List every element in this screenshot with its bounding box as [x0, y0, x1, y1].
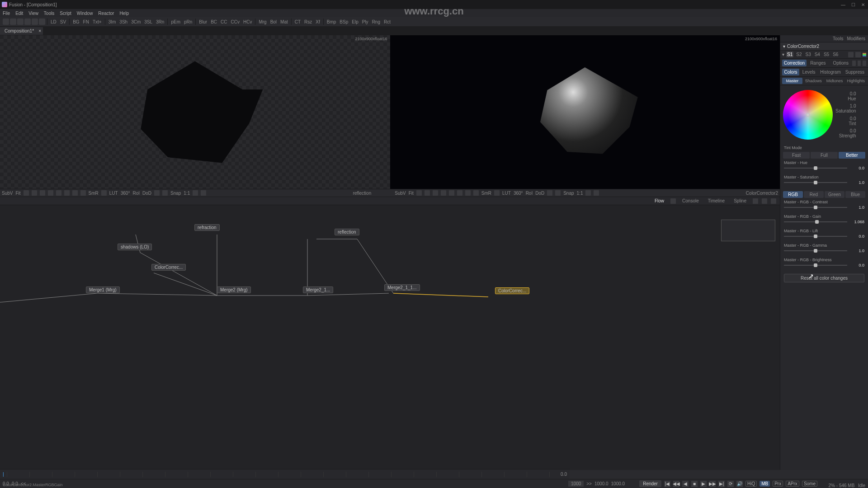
vt-icon[interactable] [473, 190, 479, 196]
vt-subv[interactable]: SubV [2, 191, 13, 196]
vt-360[interactable]: 360° [121, 191, 130, 196]
tool-3sl[interactable]: 3SL [143, 19, 154, 24]
vt-icon[interactable] [24, 190, 29, 196]
vt-snap[interactable]: SmR [481, 191, 491, 196]
loop-icon[interactable]: ⟳ [727, 481, 734, 487]
s-tab-s1[interactable]: S1 [786, 52, 793, 57]
color-icon[interactable] [863, 53, 866, 56]
slider-thumb[interactable] [814, 181, 817, 184]
expr-correction[interactable]: Correction [782, 60, 807, 66]
tool-blur[interactable]: Blur [198, 19, 208, 24]
vt-icon[interactable] [40, 190, 45, 196]
rgb-tab-rgb[interactable]: RGB [783, 191, 803, 198]
tool-bg[interactable]: BG [71, 19, 80, 24]
node-refraction[interactable]: refraction [194, 224, 220, 231]
slider-thumb[interactable] [814, 206, 817, 209]
expr-ranges[interactable]: Ranges [808, 60, 827, 66]
param-slider[interactable] [784, 236, 847, 237]
tool-ply[interactable]: Ply [361, 19, 370, 24]
step-fwd-icon[interactable]: ▶▶ [709, 481, 716, 487]
tool-icon[interactable] [39, 19, 45, 25]
tool-bmp[interactable]: Bmp [326, 19, 338, 24]
color-wheel-picker[interactable] [806, 113, 810, 117]
document-tab[interactable]: Composition1* × [0, 27, 43, 35]
tool-bsp[interactable]: BSp [338, 19, 349, 24]
range-shadows[interactable]: Shadows [803, 78, 824, 84]
tool-elp[interactable]: Elp [350, 19, 359, 24]
tab-close-icon[interactable]: × [38, 28, 41, 33]
color-wheel[interactable] [783, 90, 833, 140]
tool-icon[interactable] [10, 19, 16, 25]
square-icon[interactable] [855, 52, 861, 57]
tool-rsz[interactable]: Rsz [303, 19, 313, 24]
param-value[interactable]: 1.0 [849, 180, 864, 185]
mb-toggle[interactable]: MB [760, 481, 770, 487]
vt-smr[interactable]: Snap [170, 191, 181, 196]
tint-better[interactable]: Better [839, 152, 865, 159]
flow-tab-console[interactable]: Console [679, 197, 702, 204]
time-end[interactable]: 1000.0 [594, 481, 609, 486]
flow-icon[interactable] [771, 198, 776, 204]
viewer-left[interactable]: 2100x900xfloat16 [0, 35, 390, 189]
close-icon[interactable]: ✕ [860, 1, 866, 8]
vt-icon[interactable] [162, 190, 168, 196]
flow-minimap[interactable] [721, 220, 775, 241]
slider-thumb[interactable] [814, 263, 817, 267]
inspector-tools-tab[interactable]: Tools [833, 36, 843, 41]
vt-icon[interactable] [465, 190, 471, 196]
node-merge2[interactable]: Merge2 (Mrg) [217, 286, 251, 293]
slider-thumb[interactable] [814, 166, 817, 170]
vt-lut[interactable]: LUT [109, 191, 118, 196]
mode-histogram[interactable]: Histogram [818, 69, 843, 75]
stop-icon[interactable]: ■ [691, 481, 698, 487]
param-slider[interactable] [784, 221, 847, 222]
render-end[interactable]: 1000 [568, 481, 584, 487]
vt-dod[interactable]: DoD [142, 191, 151, 196]
param-value[interactable]: 0.0 [849, 263, 864, 267]
tool-bc[interactable]: BC [209, 19, 218, 24]
vt-icon[interactable] [425, 190, 430, 196]
vt-icon[interactable] [56, 190, 61, 196]
time-start[interactable]: 0.0 [3, 481, 9, 486]
tool-cc[interactable]: CC [219, 19, 228, 24]
reset-icon[interactable] [858, 61, 861, 66]
node-colorcorrec1[interactable]: ColorCorrec... [151, 264, 186, 271]
vt-icon[interactable] [449, 190, 454, 196]
tool-pem[interactable]: pEm [170, 19, 182, 24]
vt-roi2[interactable]: RoI [526, 191, 533, 196]
flow-icon[interactable] [670, 198, 676, 204]
menu-help[interactable]: Help [119, 11, 129, 16]
vt-icon[interactable] [201, 190, 206, 196]
tool-3sh[interactable]: 3Sh [118, 19, 129, 24]
s-tab-s2[interactable]: S2 [795, 52, 802, 57]
tool-icon[interactable] [17, 19, 24, 25]
param-slider[interactable] [784, 182, 847, 183]
node-colorcorrec2[interactable]: ColorCorrec... [495, 287, 529, 294]
vt-icon[interactable] [193, 190, 198, 196]
menu-tools[interactable]: Tools [44, 11, 54, 16]
vt-snap[interactable]: SmR [89, 191, 99, 196]
vt-icon[interactable] [80, 190, 86, 196]
node-shadows[interactable]: shadows (LO) [118, 244, 152, 250]
node-merge1[interactable]: Merge1 (Mrg) [86, 286, 120, 293]
square-icon[interactable] [863, 61, 866, 66]
chevron-down-icon[interactable]: ▾ [783, 44, 785, 49]
rgb-tab-red[interactable]: Red [804, 191, 824, 198]
tool-icon[interactable] [24, 19, 31, 25]
s-tab-s5[interactable]: S5 [823, 52, 830, 57]
vt-icon[interactable] [48, 190, 53, 196]
inspector-modifiers-tab[interactable]: Modifiers [847, 36, 865, 41]
tool-hcv[interactable]: HCv [242, 19, 253, 24]
slider-thumb[interactable] [814, 249, 817, 253]
goto-end-icon[interactable]: ▶| [718, 481, 725, 487]
gear-icon[interactable] [852, 61, 856, 66]
menu-window[interactable]: Window [77, 11, 93, 16]
menu-file[interactable]: File [3, 11, 10, 16]
param-value[interactable]: 1.0 [849, 249, 864, 253]
flow-tab-spline[interactable]: Spline [731, 197, 749, 204]
s-tab-s4[interactable]: S4 [814, 52, 821, 57]
tool-prn[interactable]: pRn [183, 19, 193, 24]
timeline[interactable]: | 0.0 [0, 469, 570, 479]
prx-toggle[interactable]: Prx [773, 481, 783, 487]
viewer-right[interactable]: 2100x900xfloat16 [390, 35, 780, 189]
